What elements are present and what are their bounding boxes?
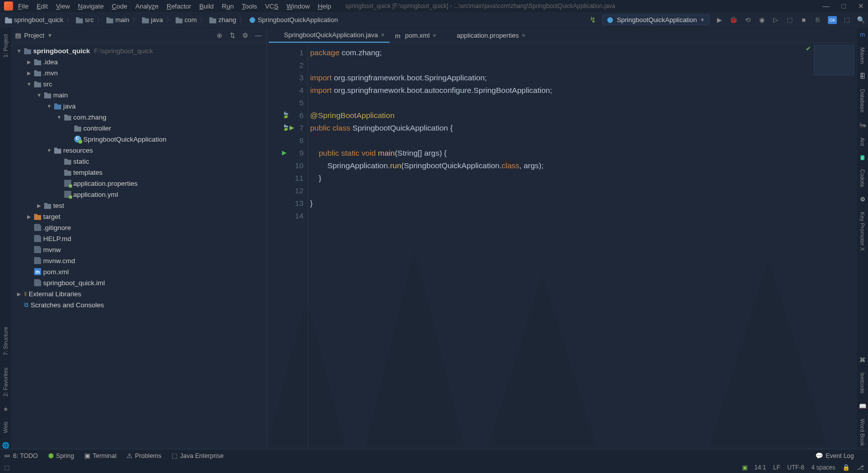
close-icon[interactable]: × xyxy=(522,32,525,39)
menu-build[interactable]: Build xyxy=(199,3,214,10)
toolwindow-leetcode[interactable]: leetcode xyxy=(858,370,866,397)
project-tree[interactable]: ▼springboot_quickF:\springboot_quick ▶.i… xyxy=(11,43,266,449)
profile-button[interactable]: ◉ xyxy=(758,16,766,24)
menu-run[interactable]: Run xyxy=(222,3,234,10)
menu-edit[interactable]: Edit xyxy=(37,3,48,10)
tree-appprops[interactable]: application.properties xyxy=(11,178,266,189)
menu-help[interactable]: Help xyxy=(318,3,331,10)
tree-mvn[interactable]: ▶.mvn xyxy=(11,67,266,78)
toolwindow-terminal[interactable]: ▣Terminal xyxy=(84,452,116,459)
quick-list-icon[interactable]: ⬚ xyxy=(4,464,10,471)
toolwindow-project[interactable]: 1: Project xyxy=(2,31,10,60)
sidebar-title[interactable]: ▤ Project ▼ xyxy=(15,32,52,39)
crumb-project[interactable]: springboot_quick xyxy=(3,15,65,25)
code-text[interactable]: package com.zhang; import org.springfram… xyxy=(308,43,857,449)
toolwindow-todo[interactable]: ≔6: TODO xyxy=(4,452,38,459)
expand-icon[interactable]: ⇅ xyxy=(228,32,236,39)
run-button[interactable]: ▶ xyxy=(715,16,724,24)
tree-controller[interactable]: controller xyxy=(11,123,266,134)
close-icon[interactable]: × xyxy=(432,32,436,39)
status-position[interactable]: 14:1 xyxy=(755,464,766,471)
toolwindow-favorites[interactable]: 2: Favorites xyxy=(2,365,10,399)
status-indent[interactable]: 4 spaces xyxy=(811,464,835,471)
menu-tools[interactable]: Tools xyxy=(242,3,257,10)
coverage-button[interactable]: ⟲ xyxy=(744,16,752,24)
tree-root[interactable]: ▼springboot_quickF:\springboot_quick xyxy=(11,45,266,56)
menu-vcs[interactable]: VCS xyxy=(265,3,278,10)
tree-app-class[interactable]: SpringbootQuickApplication xyxy=(11,134,266,145)
close-button[interactable]: ✕ xyxy=(858,2,864,10)
close-icon[interactable]: × xyxy=(381,32,384,39)
tree-idea[interactable]: ▶.idea xyxy=(11,56,266,67)
toolwindow-spring[interactable]: ⬢Spring xyxy=(48,452,74,459)
crumb-main[interactable]: main xyxy=(104,15,131,25)
hide-icon[interactable]: — xyxy=(254,32,262,39)
menu-file[interactable]: File xyxy=(18,3,29,10)
tree-src[interactable]: ▼src xyxy=(11,78,266,89)
vcs-button[interactable]: ⎘ xyxy=(814,16,822,24)
minimize-button[interactable]: — xyxy=(823,2,830,10)
crumb-src[interactable]: src xyxy=(74,15,95,25)
menu-view[interactable]: View xyxy=(56,3,70,10)
tree-target[interactable]: ▶target xyxy=(11,211,266,222)
toolwindow-structure[interactable]: 7: Structure xyxy=(2,324,10,359)
tab-app-java[interactable]: SpringbootQuickApplication.java× xyxy=(269,28,390,43)
attach-button[interactable]: ▷ xyxy=(772,16,780,24)
run-gutter-icon[interactable]: 🍃▶ xyxy=(282,122,302,134)
tree-static[interactable]: static xyxy=(11,156,266,167)
tree-extlib[interactable]: ▶⫴External Libraries xyxy=(11,288,266,299)
toolwindow-database[interactable]: Database xyxy=(858,86,866,115)
tree-iml[interactable]: springboot_quick.iml xyxy=(11,277,266,288)
tab-pom[interactable]: mpom.xml× xyxy=(390,28,442,43)
crumb-com[interactable]: com xyxy=(174,15,199,25)
tree-scratches[interactable]: ⧉Scratches and Consoles xyxy=(11,299,266,310)
tree-main[interactable]: ▼main xyxy=(11,89,266,100)
tree-templates[interactable]: templates xyxy=(11,167,266,178)
menu-analyze[interactable]: Analyze xyxy=(135,3,159,10)
toolwindow-web[interactable]: Web xyxy=(2,419,10,436)
stop-button[interactable]: ■ xyxy=(800,16,808,24)
menu-code[interactable]: Code xyxy=(112,3,127,10)
tree-mvnw[interactable]: mvnw xyxy=(11,244,266,255)
translate-icon[interactable]: Gk xyxy=(828,16,837,24)
tree-gitignore[interactable]: .gitignore xyxy=(11,222,266,233)
toolwindow-keypromoter[interactable]: Key Promoter X xyxy=(858,209,866,254)
search-icon[interactable]: 🔍 xyxy=(857,16,865,24)
status-eol[interactable]: LF xyxy=(773,464,780,471)
status-encoding[interactable]: UTF-8 xyxy=(787,464,804,471)
lock-icon[interactable]: 🔒 xyxy=(842,464,850,471)
crumb-zhang[interactable]: zhang xyxy=(207,15,238,25)
layout-icon[interactable]: ⬚ xyxy=(843,16,851,24)
crumb-java[interactable]: java xyxy=(140,15,165,25)
run-config-dropdown[interactable]: SpringbootQuickApplication ▼ xyxy=(602,15,709,25)
tab-appprops[interactable]: application.properties× xyxy=(442,28,531,43)
build-icon[interactable]: ↯ xyxy=(590,15,596,25)
toolwindow-maven[interactable]: Maven xyxy=(858,44,866,67)
code-area[interactable]: 1234567891011121314 🍃🍃▶ ▶ package com.zh… xyxy=(267,43,857,449)
run-gutter-icon[interactable]: ▶ xyxy=(282,147,302,159)
code-minimap[interactable] xyxy=(814,45,854,75)
git-status-icon[interactable]: ⎇ xyxy=(857,464,864,471)
tree-appyml[interactable]: application.yml xyxy=(11,189,266,200)
toolwindow-ant[interactable]: Ant xyxy=(858,135,866,149)
menu-navigate[interactable]: Navigate xyxy=(78,3,103,10)
crumb-class[interactable]: SpringbootQuickApplication xyxy=(247,15,340,25)
menu-window[interactable]: Window xyxy=(286,3,310,10)
debug-button[interactable]: 🐞 xyxy=(730,16,738,24)
tree-pom[interactable]: mpom.xml xyxy=(11,266,266,277)
spring-leaf-icon[interactable]: 🍃 xyxy=(282,109,302,122)
tree-pkg[interactable]: ▼com.zhang xyxy=(11,111,266,123)
toolwindow-javaee[interactable]: ⬚Java Enterprise xyxy=(172,452,224,459)
toolwindow-wordbook[interactable]: Word Book xyxy=(858,416,866,449)
terminal-status-icon[interactable]: ▣ xyxy=(742,464,748,471)
tree-mvnwcmd[interactable]: mvnw.cmd xyxy=(11,255,266,266)
toolwindow-codota[interactable]: Codota xyxy=(858,166,866,190)
tree-resources[interactable]: ▼resources xyxy=(11,145,266,156)
maximize-button[interactable]: □ xyxy=(842,2,846,10)
toolwindow-problems[interactable]: ⚠Problems xyxy=(126,452,162,459)
event-log-button[interactable]: 💬Event Log xyxy=(815,452,854,459)
tree-test[interactable]: ▶test xyxy=(11,200,266,211)
tree-java[interactable]: ▼java xyxy=(11,100,266,111)
tree-help[interactable]: HELP.md xyxy=(11,233,266,244)
gear-icon[interactable]: ⚙ xyxy=(241,32,249,39)
